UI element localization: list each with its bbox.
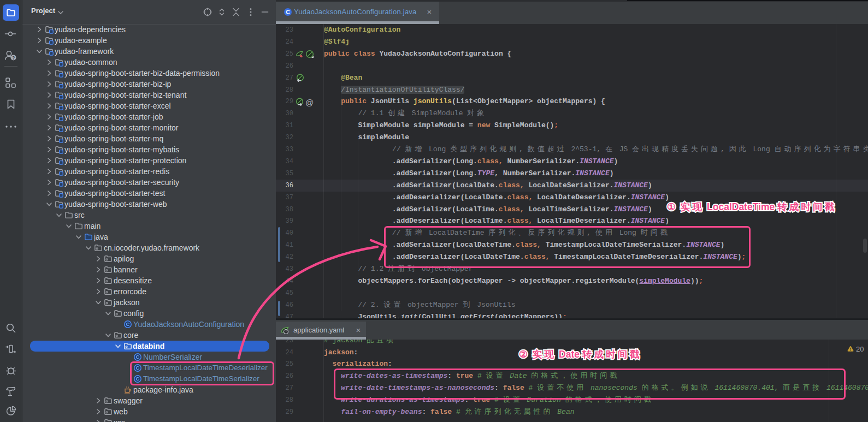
svg-text:?: ? <box>12 55 15 61</box>
